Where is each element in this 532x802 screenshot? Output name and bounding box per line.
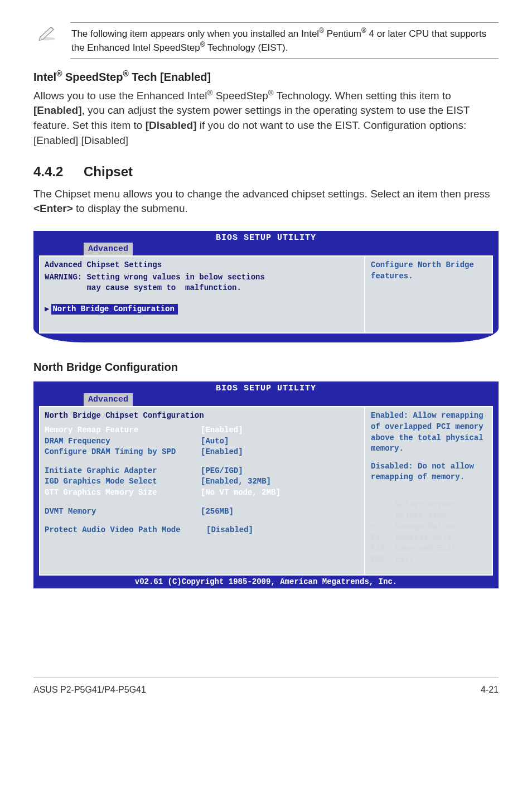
bios-footer: v02.61 (C)Copyright 1985-2009, American …: [33, 576, 499, 589]
bios-setting-row[interactable]: Configure DRAM Timing by SPD [Enabled]: [45, 447, 360, 458]
bios-help-pane: Enabled: Allow remapping of overlapped P…: [365, 406, 493, 575]
setting-val: [Enabled]: [201, 425, 243, 436]
page-footer: ASUS P2-P5G41/P4-P5G41 4-21: [33, 678, 499, 696]
setting-val: [Auto]: [201, 436, 229, 447]
footer-right: 4-21: [481, 684, 499, 696]
bios-panel-chipset: BIOS SETUP UTILITY Advanced Advanced Chi…: [33, 231, 499, 342]
bios-setting-row[interactable]: DRAM Frequency [Auto]: [45, 436, 360, 447]
bios-setting-row[interactable]: IGD Graphics Mode Select [Enabled, 32MB]: [45, 476, 360, 487]
setting-key: Configure DRAM Timing by SPD: [45, 447, 201, 458]
submenu-arrow-icon: ▶: [45, 305, 49, 313]
note-text: The following item appears only when you…: [70, 22, 499, 59]
help-text-enabled: Enabled: Allow remapping of overlapped P…: [371, 410, 486, 454]
bios-tab-row: Advanced: [33, 393, 499, 406]
setting-key: IGD Graphics Mode Select: [45, 476, 201, 487]
footer-left: ASUS P2-P5G41/P4-P5G41: [33, 684, 146, 696]
help-text-disabled: Disabled: Do not allow remapping of memo…: [371, 461, 486, 483]
bios-tab-advanced[interactable]: Advanced: [84, 393, 133, 406]
bios-setting-row[interactable]: Initiate Graphic Adapter [PEG/IGD]: [45, 466, 360, 477]
bios-left-heading: Advanced Chipset Settings: [45, 260, 360, 271]
bios-help-text: Configure North Bridge features.: [371, 260, 486, 282]
setting-val: [No VT mode, 2MB]: [201, 487, 280, 499]
nav-arrows-ud-icon: ↑↓: [371, 511, 392, 522]
bios-setting-row[interactable]: DVMT Memory [256MB]: [45, 506, 360, 518]
nav-arrows-lr-icon: ←→: [371, 500, 392, 511]
setting-val: [Enabled]: [201, 447, 243, 458]
bios-tab-advanced[interactable]: Advanced: [84, 243, 133, 255]
setting-key: Initiate Graphic Adapter: [45, 466, 201, 477]
setting-val: [256MB]: [201, 506, 234, 518]
bios-panel-nbc: BIOS SETUP UTILITY Advanced North Bridge…: [33, 381, 499, 588]
key-f10: F10: [371, 543, 392, 554]
setting-key: Memory Remap Feature: [45, 425, 201, 436]
bios-warning-l2: may cause system to malfunction.: [45, 283, 360, 294]
bios-setting-row: GTT Graphics Memory Size [No VT mode, 2M…: [45, 487, 360, 499]
bios-item-northbridge[interactable]: North Bridge Configuration: [51, 304, 177, 315]
setting-val: [PEG/IGD]: [201, 466, 243, 477]
bios-warning-l1: WARNING: Setting wrong values in below s…: [45, 272, 360, 283]
bios-left-heading: North Bridge Chipset Configuration: [45, 410, 360, 422]
bios-left-pane: Advanced Chipset Settings WARNING: Setti…: [39, 255, 365, 334]
setting-key: DVMT Memory: [45, 506, 201, 518]
bios-left-pane: North Bridge Chipset Configuration Memor…: [39, 406, 365, 575]
speedstep-heading: Intel® SpeedStep® Tech [Enabled]: [33, 69, 499, 85]
bios-setting-row[interactable]: Memory Remap Feature [Enabled]: [45, 425, 360, 436]
nbc-heading: North Bridge Configuration: [33, 359, 499, 375]
note-block: The following item appears only when you…: [33, 22, 499, 59]
setting-val: [Enabled, 32MB]: [201, 476, 271, 487]
speedstep-body: Allows you to use the Enhanced Intel® Sp…: [33, 88, 499, 148]
bios-setting-row[interactable]: Protect Audio Video Path Mode [Disabled]: [45, 525, 360, 536]
key-esc: ESC: [371, 554, 392, 566]
setting-val: [Disabled]: [206, 525, 253, 536]
bios-tab-row: Advanced: [33, 243, 499, 255]
section-intro: The Chipset menu allows you to change th…: [33, 187, 499, 216]
key-plusminus: +-: [371, 521, 392, 533]
help-keys: ←→Select Screen ↑↓Select Item +-Change O…: [371, 500, 486, 566]
pencil-note-icon: [33, 22, 60, 49]
setting-key: DRAM Frequency: [45, 436, 201, 447]
bios-help-pane: Configure North Bridge features.: [365, 255, 493, 334]
setting-key: GTT Graphics Memory Size: [45, 487, 201, 499]
section-heading: 4.4.2Chipset: [33, 162, 499, 181]
key-f1: F1: [371, 533, 392, 544]
setting-key: Protect Audio Video Path Mode: [45, 525, 206, 536]
